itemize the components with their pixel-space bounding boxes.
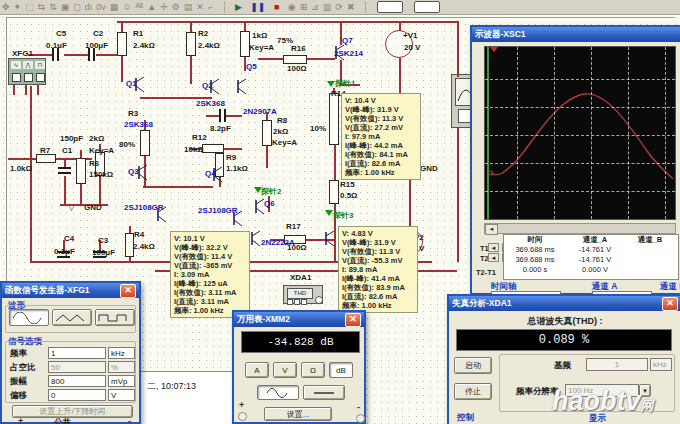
transistor-symbol[interactable] bbox=[232, 78, 248, 99]
scope-scrollbar[interactable]: ◄ bbox=[484, 223, 676, 234]
probe-arrow-icon[interactable] bbox=[325, 210, 333, 216]
toolbar-icon[interactable]: ▲ bbox=[147, 0, 156, 14]
xfg-row-label: 振幅 bbox=[10, 376, 27, 388]
capacitor-plate bbox=[219, 109, 221, 122]
multimeter-mode-a[interactable]: A bbox=[245, 362, 269, 378]
toolbar-icon[interactable]: ✕ bbox=[196, 0, 204, 14]
toolbar-icon[interactable]: ✛ bbox=[160, 0, 168, 14]
resistor-body[interactable] bbox=[329, 180, 339, 204]
minus-terminal[interactable] bbox=[356, 414, 365, 423]
toolbar-icon[interactable]: ⌐ bbox=[208, 0, 213, 14]
square-wave-button[interactable] bbox=[95, 309, 135, 326]
toolbar-icon[interactable]: 0v bbox=[96, 0, 106, 14]
t1-left-arrow[interactable]: ◄ bbox=[488, 243, 499, 252]
toolbar-icon[interactable]: ▥ bbox=[323, 0, 332, 14]
xfg-unit-field[interactable]: mVp bbox=[108, 375, 135, 387]
xfg-unit-field[interactable]: kHz bbox=[108, 347, 135, 359]
toolbar-icon[interactable]: ✦ bbox=[14, 0, 22, 14]
sine-wave-button[interactable] bbox=[9, 309, 49, 326]
toolbar-icon[interactable]: ▤ bbox=[184, 0, 193, 14]
stop-button[interactable]: ■ bbox=[274, 0, 279, 14]
toolbar-icon[interactable]: ▣ bbox=[61, 0, 70, 14]
toolbar-icon[interactable]: ◉ bbox=[288, 0, 296, 14]
toolbar-icon[interactable]: ⚙ bbox=[172, 0, 180, 14]
multimeter-window[interactable]: 万用表-XMM2 ✕ -34.828 dB AVΩdB 设置... + - bbox=[232, 310, 366, 424]
oscilloscope-window[interactable]: 示波器-XSC1 ◄ T1 T2 T2-T1 ◄ ► ◄ ► 时间通道_A通道_… bbox=[470, 25, 680, 295]
stop-button[interactable]: 停止 bbox=[454, 383, 492, 400]
component-label: R6 bbox=[89, 159, 99, 168]
pause-switch[interactable] bbox=[414, 1, 440, 13]
close-icon[interactable]: ✕ bbox=[345, 313, 361, 327]
run-switch[interactable] bbox=[377, 1, 403, 13]
function-generator-icon[interactable]: ∿ ⋀ ⊓ bbox=[8, 58, 46, 85]
toolbar-icon[interactable]: ◻ bbox=[73, 0, 80, 14]
status-time: 二, 10:07:13 bbox=[147, 380, 196, 393]
resistor-body[interactable] bbox=[186, 32, 196, 56]
scope-titlebar[interactable]: 示波器-XSC1 bbox=[472, 27, 680, 42]
xfg-unit-field[interactable]: V bbox=[108, 389, 135, 401]
toolbar-icon[interactable]: ᴬᴮ bbox=[135, 0, 143, 14]
function-generator-window[interactable]: 函数信号发生器-XFG1 ✕ 波形 信号选项 频率1kHz占空比50%振幅800… bbox=[0, 281, 141, 424]
toolbar-icon[interactable]: dı bbox=[85, 0, 93, 14]
wire bbox=[99, 176, 101, 204]
xfg-unit-field[interactable]: % bbox=[108, 361, 135, 373]
transistor-symbol[interactable] bbox=[320, 230, 336, 251]
toolbar-icon[interactable]: ⬚ bbox=[25, 0, 34, 14]
xmm-titlebar[interactable]: 万用表-XMM2 ✕ bbox=[234, 312, 364, 327]
rise-fall-time-button[interactable]: 设置上升/下降时间 bbox=[12, 405, 133, 418]
probe-readout: V: 10.4 VV(峰-峰): 31.9 VV(有效值): 11.3 VV(直… bbox=[341, 93, 421, 180]
wire bbox=[266, 146, 268, 168]
probe-readout-line: V(峰-峰): 31.9 V bbox=[342, 238, 414, 247]
pause-button[interactable]: ❚❚ bbox=[250, 0, 265, 14]
toolbar-icon[interactable]: ▦ bbox=[110, 0, 119, 14]
resistor-body[interactable] bbox=[262, 120, 272, 146]
settings-button[interactable]: 设置... bbox=[264, 407, 332, 421]
toolbar-icon[interactable]: ⇅ bbox=[49, 0, 57, 14]
multimeter-mode-ω[interactable]: Ω bbox=[301, 362, 325, 378]
xfg-value-field[interactable]: 1 bbox=[48, 347, 106, 359]
plus-terminal[interactable] bbox=[238, 412, 247, 421]
xfg-titlebar[interactable]: 函数信号发生器-XFG1 ✕ bbox=[2, 283, 139, 298]
resistor-body[interactable] bbox=[329, 93, 339, 145]
component-label: C3 bbox=[98, 236, 108, 245]
resistor-body[interactable] bbox=[140, 130, 150, 156]
capacitor-plate bbox=[58, 172, 71, 174]
scroll-left-icon[interactable]: ◄ bbox=[485, 224, 498, 235]
distortion-analyzer-icon[interactable]: THD bbox=[283, 285, 323, 304]
resistor-body[interactable] bbox=[117, 32, 127, 56]
probe-readout-line: V: 10.1 V bbox=[174, 234, 246, 243]
xda-titlebar[interactable]: 失真分析-XDA1 ✕ bbox=[449, 296, 680, 311]
resistor-body[interactable] bbox=[202, 144, 224, 153]
resistor-body[interactable] bbox=[76, 158, 86, 184]
component-label: XDA1 bbox=[290, 273, 311, 282]
xfg-value-field[interactable]: 0 bbox=[48, 389, 106, 401]
toolbar-icon[interactable]: ✖ bbox=[347, 0, 355, 14]
dc-mode-button[interactable] bbox=[303, 385, 345, 400]
toolbar-icon[interactable]: ⊿ bbox=[311, 0, 319, 14]
start-button[interactable]: 启动 bbox=[454, 357, 492, 374]
toolbar-icon[interactable]: ⇆ bbox=[38, 0, 46, 14]
toolbar-icon[interactable]: ⊞ bbox=[300, 0, 308, 14]
t2-left-arrow[interactable]: ◄ bbox=[488, 253, 499, 262]
probe-readout-line: I(有效值): 83.9 mA bbox=[342, 283, 414, 292]
probe-readout-line: V: 4.83 V bbox=[342, 229, 414, 238]
close-icon[interactable]: ✕ bbox=[662, 297, 678, 311]
fundamental-field[interactable]: 1 bbox=[586, 358, 648, 371]
resistor-body[interactable] bbox=[283, 55, 307, 64]
component-label: 0.5Ω bbox=[340, 191, 358, 200]
probe-arrow-icon[interactable] bbox=[327, 81, 335, 87]
xfg-value-field[interactable]: 800 bbox=[48, 375, 106, 387]
toolbar-icon[interactable]: ☺ bbox=[122, 0, 131, 14]
ac-mode-button[interactable] bbox=[257, 385, 299, 400]
run-button[interactable]: ▶ bbox=[235, 0, 242, 14]
xfg-row-label: 频率 bbox=[10, 348, 27, 360]
multimeter-mode-v[interactable]: V bbox=[273, 362, 297, 378]
multimeter-mode-db[interactable]: dB bbox=[329, 362, 353, 378]
close-icon[interactable]: ✕ bbox=[120, 284, 136, 298]
probe-readout-line: I: 3.09 mA bbox=[174, 270, 246, 279]
triangle-wave-button[interactable] bbox=[52, 309, 92, 326]
toolbar-icon[interactable]: ✥ bbox=[2, 0, 10, 14]
xfg-value-field[interactable]: 50 bbox=[48, 361, 106, 373]
toolbar-icon[interactable]: ⟳ bbox=[335, 0, 343, 14]
resistor-body[interactable] bbox=[36, 154, 56, 163]
